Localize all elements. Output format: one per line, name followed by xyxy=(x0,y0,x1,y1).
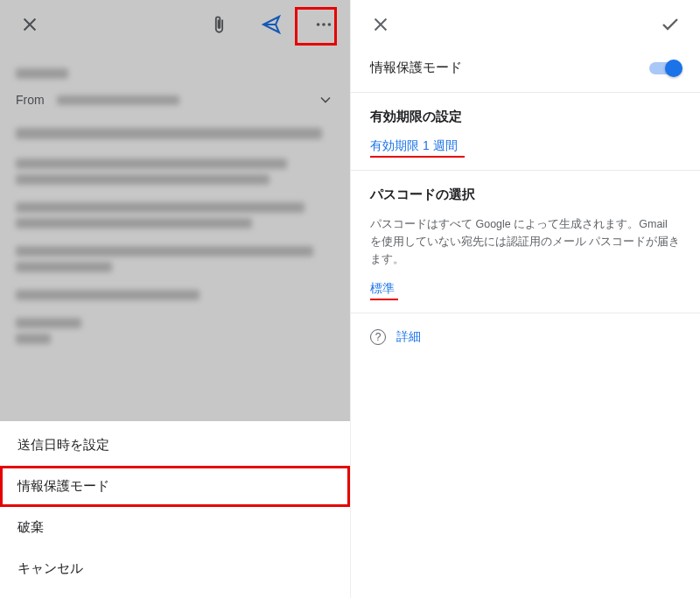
help-icon: ? xyxy=(370,329,386,345)
from-address-blurred xyxy=(57,95,179,105)
mode-toggle-row: 情報保護モード xyxy=(351,49,700,92)
body-line-blurred xyxy=(16,174,270,185)
body-line-blurred xyxy=(16,158,287,169)
body-line-blurred xyxy=(16,334,51,344)
compose-header xyxy=(0,0,350,49)
bottom-sheet-menu: 送信日時を設定 情報保護モード 破棄 キャンセル xyxy=(0,421,350,598)
menu-discard[interactable]: 破棄 xyxy=(0,507,350,548)
menu-cancel[interactable]: キャンセル xyxy=(0,548,350,589)
svg-point-2 xyxy=(328,23,332,26)
menu-confidential-mode[interactable]: 情報保護モード xyxy=(0,466,350,507)
confirm-check-icon[interactable] xyxy=(653,7,688,42)
dimmed-compose-background: From xyxy=(0,0,350,440)
menu-schedule-send[interactable]: 送信日時を設定 xyxy=(0,425,350,466)
confidential-header xyxy=(351,0,700,49)
send-icon[interactable] xyxy=(254,7,289,42)
mode-toggle[interactable] xyxy=(649,62,681,74)
body-line-blurred xyxy=(16,262,112,272)
body-line-blurred xyxy=(16,290,200,300)
subject-blurred xyxy=(16,128,322,139)
more-icon[interactable] xyxy=(306,7,341,42)
attachment-icon[interactable] xyxy=(201,7,236,42)
from-label: From xyxy=(16,93,45,107)
from-row[interactable]: From xyxy=(16,79,334,121)
close-icon[interactable] xyxy=(363,7,398,42)
to-field-blurred xyxy=(16,68,68,79)
svg-point-0 xyxy=(317,23,320,26)
body-line-blurred xyxy=(16,318,81,328)
passcode-section: パスコードの選択 パスコードはすべて Google によって生成されます。Gma… xyxy=(351,171,700,313)
confidential-mode-screen: 情報保護モード 有効期限の設定 有効期限 1 週間 パスコードの選択 パスコード… xyxy=(350,0,700,598)
body-line-blurred xyxy=(16,202,304,213)
passcode-title: パスコードの選択 xyxy=(370,186,681,203)
passcode-value[interactable]: 標準 xyxy=(370,281,395,299)
details-label: 詳細 xyxy=(396,329,421,345)
close-icon[interactable] xyxy=(12,7,47,42)
expiry-section: 有効期限の設定 有効期限 1 週間 xyxy=(351,93,700,170)
passcode-description: パスコードはすべて Google によって生成されます。Gmail を使用してい… xyxy=(370,215,681,268)
toggle-knob xyxy=(665,60,682,77)
body-line-blurred xyxy=(16,246,313,257)
details-link[interactable]: ? 詳細 xyxy=(351,313,700,361)
highlight-underline xyxy=(370,156,465,158)
mode-label: 情報保護モード xyxy=(370,60,462,76)
body-line-blurred xyxy=(16,218,252,229)
expiry-value[interactable]: 有効期限 1 週間 xyxy=(370,138,458,156)
svg-point-1 xyxy=(322,23,326,26)
compose-screen: From 送信日時を設定 情報保護モード 破棄 キャンセル xyxy=(0,0,350,598)
highlight-underline xyxy=(370,299,398,300)
chevron-down-icon[interactable] xyxy=(317,91,334,109)
expiry-title: 有効期限の設定 xyxy=(370,109,681,125)
